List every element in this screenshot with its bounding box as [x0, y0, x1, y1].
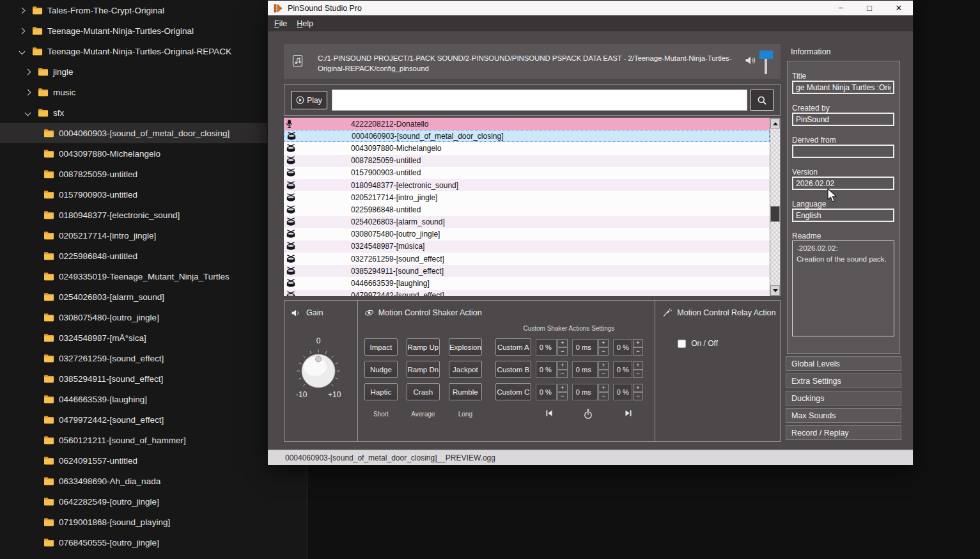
shaker-action-button[interactable]: Impact [364, 338, 398, 356]
intensity-value[interactable]: 0 % [536, 384, 557, 400]
tree-item[interactable]: 0254026803-[alarm_sound] [0, 287, 307, 307]
tree-item[interactable]: 0087825059-untitled [0, 164, 307, 184]
chevron-icon[interactable] [17, 5, 27, 15]
sound-row[interactable]: 0327261259-[sound_effect] [284, 253, 770, 265]
relay-on-off-checkbox[interactable] [678, 340, 686, 348]
tree-item[interactable]: music [0, 82, 307, 102]
chevron-icon[interactable] [28, 496, 38, 507]
spin-down-button[interactable]: − [598, 370, 609, 378]
fade-value[interactable]: 0 % [613, 339, 632, 356]
tree-item[interactable]: Teenage-Mutant-Ninja-Turtles-Original [0, 20, 307, 41]
close-button[interactable]: ✕ [888, 1, 910, 15]
chevron-icon[interactable] [28, 210, 38, 220]
chevron-icon[interactable] [28, 517, 38, 527]
chevron-icon[interactable] [28, 292, 38, 302]
spin-up-button[interactable]: + [633, 384, 643, 392]
menu-item[interactable]: Help [297, 19, 313, 28]
chevron-icon[interactable] [28, 230, 38, 240]
spin-up-button[interactable]: + [598, 339, 609, 347]
scrollbar-down-button[interactable] [770, 285, 780, 295]
duration-value[interactable]: 0 ms [572, 339, 598, 356]
accordion-section-button[interactable]: Duckings [786, 391, 901, 405]
tree-item[interactable]: 0004060903-[sound_of_metal_door_closing] [0, 123, 307, 143]
play-button[interactable]: Play [291, 91, 327, 109]
fade-value[interactable]: 0 % [613, 384, 632, 400]
chevron-icon[interactable] [28, 333, 38, 343]
shaker-action-button[interactable]: Ramp Up [407, 338, 440, 356]
volume-slider-track[interactable] [765, 59, 767, 74]
sound-row[interactable]: 0385294911-[sound_effect] [284, 265, 770, 277]
sound-row[interactable]: 0308075480-[outro_jingle] [284, 228, 770, 240]
title-field[interactable] [792, 81, 894, 94]
chevron-icon[interactable] [22, 67, 33, 77]
scrollbar-thumb[interactable] [770, 206, 780, 222]
accordion-section-button[interactable]: Extra Settings [786, 374, 901, 388]
spin-up-button[interactable]: + [598, 384, 609, 392]
fade-value[interactable]: 0 % [613, 361, 632, 378]
stopwatch-icon[interactable] [583, 409, 593, 420]
tree-item[interactable]: 0560121211-[sound_of_hammer] [0, 430, 307, 450]
spin-up-button[interactable]: + [633, 361, 643, 370]
tree-item[interactable]: 0180948377-[electronic_sound] [0, 205, 307, 225]
sound-row[interactable]: 0004060903-[sound_of_metal_door_closing] [284, 130, 770, 142]
tree-item[interactable]: 0324548987-[mÃ°sica] [0, 327, 307, 348]
tree-item[interactable]: 0157900903-untitled [0, 184, 307, 205]
spin-down-button[interactable]: − [557, 370, 568, 378]
spin-up-button[interactable]: + [557, 361, 568, 370]
chevron-icon[interactable] [28, 374, 38, 384]
sound-row[interactable]: 4222208212-Donatello [284, 118, 770, 130]
tree-item[interactable]: 0479972442-[sound_effect] [0, 409, 307, 430]
spin-up-button[interactable]: + [598, 361, 609, 370]
duration-value[interactable]: 0 ms [572, 361, 598, 378]
spin-down-button[interactable]: − [633, 370, 643, 378]
spin-down-button[interactable]: − [598, 347, 609, 356]
shaker-action-button[interactable]: Rumble [449, 383, 482, 400]
sound-row[interactable]: 0157900903-untitled [284, 167, 770, 179]
sound-row[interactable]: 0043097880-Michelangelo [284, 142, 770, 154]
tree-item[interactable]: 0308075480-[outro_jingle] [0, 307, 307, 327]
search-input[interactable] [332, 90, 747, 111]
tree-item[interactable]: 0385294911-[sound_effect] [0, 368, 307, 389]
tree-item[interactable]: 0642282549-[outro_jingle] [0, 491, 307, 512]
chevron-icon[interactable] [28, 455, 38, 466]
skip-to-end-icon[interactable] [624, 409, 633, 418]
intensity-value[interactable]: 0 % [536, 361, 557, 378]
custom-action-button[interactable]: Custom B [495, 361, 531, 378]
tree-item[interactable]: 0719001868-[sound_playing] [0, 512, 307, 532]
chevron-icon[interactable] [22, 107, 33, 118]
tree-item[interactable]: sfx [0, 102, 307, 123]
chevron-icon[interactable] [28, 537, 38, 547]
chevron-icon[interactable] [22, 87, 33, 97]
shaker-action-button[interactable]: Nudge [364, 361, 398, 378]
accordion-section-button[interactable]: Max Sounds [786, 408, 901, 423]
accordion-section-button[interactable]: Record / Replay [786, 425, 901, 440]
custom-action-button[interactable]: Custom A [495, 338, 531, 356]
sound-row[interactable]: 0205217714-[intro_jingle] [284, 191, 770, 203]
chevron-icon[interactable] [17, 26, 27, 36]
sound-list-scrollbar[interactable] [770, 118, 781, 296]
tree-item[interactable]: 0249335019-Teenage_Mutant_Ninja_Turtles [0, 266, 307, 287]
chevron-icon[interactable] [28, 394, 38, 404]
language-field[interactable] [792, 209, 894, 222]
chevron-icon[interactable] [28, 189, 38, 200]
created-by-field[interactable] [792, 113, 894, 126]
tree-item[interactable]: 0327261259-[sound_effect] [0, 348, 307, 368]
sound-row[interactable]: 0479972442-[sound_effect] [284, 290, 770, 296]
sound-row[interactable]: 0254026803-[alarm_sound] [284, 216, 770, 228]
gain-knob[interactable] [292, 345, 345, 397]
chevron-icon[interactable] [28, 414, 38, 425]
spin-down-button[interactable]: − [633, 392, 643, 400]
custom-action-button[interactable]: Custom C [495, 383, 531, 400]
menu-item[interactable]: File [274, 19, 287, 28]
readme-textarea[interactable]: -2026.02.02: Creation of the sound pack. [792, 240, 894, 336]
search-button[interactable] [751, 90, 774, 111]
sound-row[interactable]: 0180948377-[electronic_sound] [284, 179, 770, 191]
chevron-icon[interactable] [28, 353, 38, 363]
minimize-button[interactable]: − [830, 1, 852, 15]
tree-item[interactable]: 0446663539-[laughing] [0, 389, 307, 409]
scrollbar-up-button[interactable] [770, 118, 780, 129]
chevron-icon[interactable] [28, 128, 38, 138]
tree-item[interactable]: 0633498690-Ah_dia_nada [0, 471, 307, 491]
spin-down-button[interactable]: − [557, 347, 568, 356]
tree-item[interactable]: 0225986848-untitled [0, 246, 307, 266]
